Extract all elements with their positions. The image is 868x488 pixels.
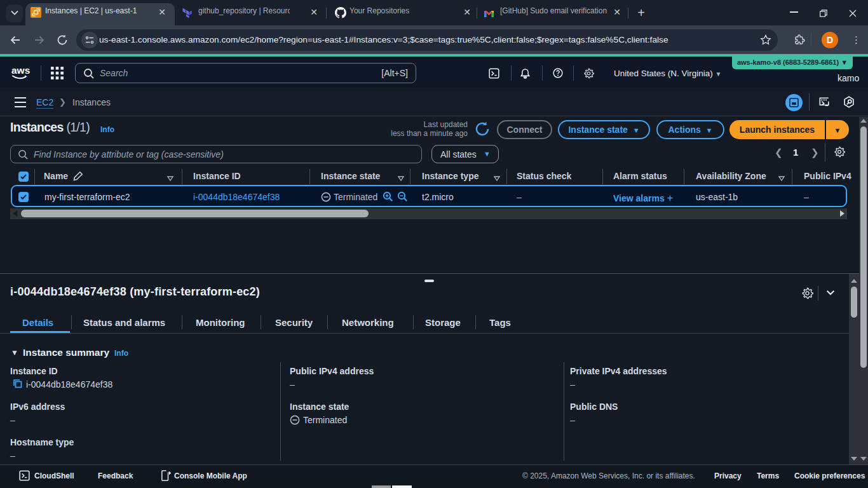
- svg-text:aws: aws: [11, 65, 30, 76]
